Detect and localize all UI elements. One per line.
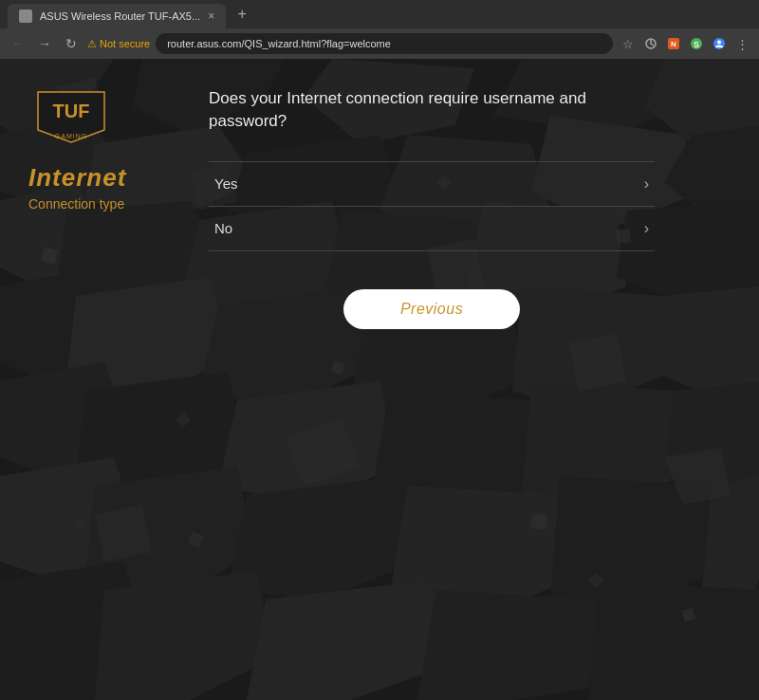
prev-btn-container: Previous	[209, 289, 655, 329]
tab-favicon	[19, 9, 32, 23]
extension-icon2[interactable]: N	[664, 34, 683, 53]
svg-line-2	[651, 44, 654, 46]
address-input[interactable]	[156, 33, 613, 54]
svg-marker-55	[95, 505, 152, 562]
svg-point-8	[717, 41, 721, 45]
reload-button[interactable]: ↻	[61, 33, 82, 54]
option-no[interactable]: No ›	[209, 207, 655, 251]
tab-bar: ASUS Wireless Router TUF-AX5... × +	[0, 0, 759, 28]
svg-marker-49	[588, 580, 759, 700]
menu-button[interactable]: ⋮	[732, 34, 751, 53]
svg-text:TUF: TUF	[53, 101, 90, 121]
forward-button[interactable]: →	[34, 33, 55, 54]
logo-section: TUF GAMING Internet Connection type	[28, 78, 180, 329]
previous-button[interactable]: Previous	[343, 289, 520, 329]
page-content: TUF GAMING Internet Connection type Does…	[0, 59, 759, 700]
option-no-label: No	[214, 220, 232, 236]
chevron-right-icon-yes: ›	[644, 175, 649, 193]
new-tab-button[interactable]: +	[230, 2, 254, 27]
svg-rect-61	[530, 513, 548, 531]
bookmark-icon[interactable]: ☆	[619, 34, 638, 53]
back-button[interactable]: ←	[8, 33, 28, 54]
lock-icon: ⚠	[87, 38, 97, 50]
security-indicator: ⚠ Not secure	[87, 38, 150, 50]
option-yes[interactable]: Yes ›	[209, 161, 655, 207]
extension-icon1[interactable]	[641, 34, 660, 53]
browser-chrome: ASUS Wireless Router TUF-AX5... × + ← → …	[0, 0, 759, 59]
extension-icon3[interactable]: S	[687, 34, 706, 53]
main-container: TUF GAMING Internet Connection type Does…	[0, 59, 759, 348]
active-tab[interactable]: ASUS Wireless Router TUF-AX5... ×	[8, 4, 226, 28]
content-area: Does your Internet connection require us…	[209, 78, 731, 329]
svg-text:S: S	[694, 40, 699, 49]
tab-close-button[interactable]: ×	[208, 9, 214, 23]
svg-text:N: N	[671, 40, 676, 48]
option-yes-label: Yes	[214, 175, 237, 192]
svg-marker-48	[417, 590, 607, 700]
extension-icon4[interactable]	[710, 34, 729, 53]
svg-text:GAMING: GAMING	[55, 133, 87, 139]
toolbar-icons: ☆ N S	[619, 34, 751, 53]
chevron-right-icon-no: ›	[644, 220, 649, 237]
connection-type-label: Connection type	[28, 196, 124, 212]
tab-title: ASUS Wireless Router TUF-AX5...	[40, 10, 200, 22]
internet-label: Internet	[28, 163, 126, 193]
question-text: Does your Internet connection require us…	[209, 87, 645, 133]
options-list: Yes › No ›	[209, 161, 655, 251]
address-bar-row: ← → ↻ ⚠ Not secure ☆ N	[0, 28, 759, 59]
security-label: Not secure	[100, 38, 150, 49]
tuf-gaming-logo: TUF GAMING	[28, 87, 114, 144]
